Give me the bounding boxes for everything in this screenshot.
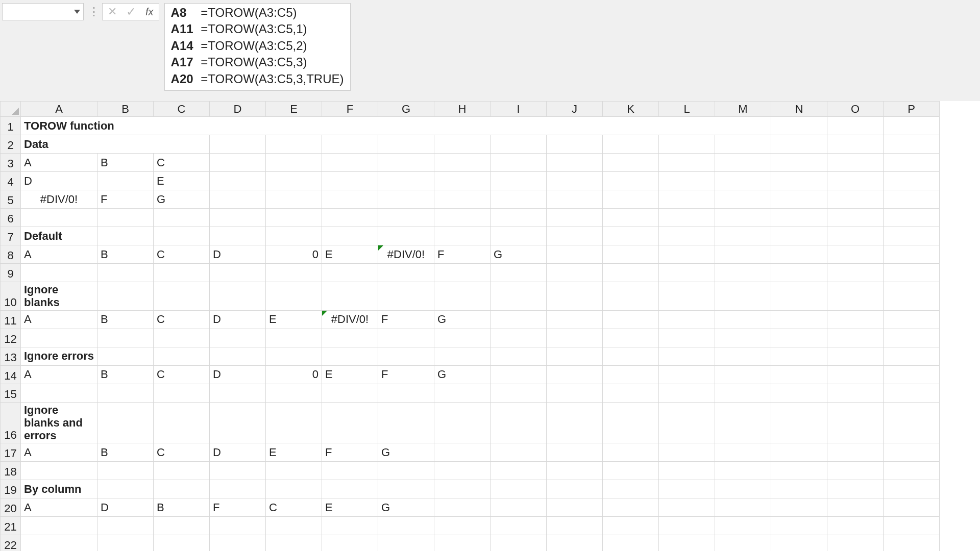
cell[interactable] <box>434 209 491 227</box>
cell[interactable] <box>154 282 210 311</box>
cell[interactable] <box>434 227 491 245</box>
cell[interactable] <box>603 245 659 264</box>
cell[interactable] <box>771 498 827 517</box>
cell[interactable]: A <box>21 365 97 384</box>
cell[interactable] <box>603 480 659 498</box>
cell[interactable] <box>884 402 940 443</box>
col-header[interactable]: O <box>827 102 884 117</box>
cell[interactable] <box>715 172 771 190</box>
cell[interactable] <box>154 402 210 443</box>
cell[interactable] <box>603 154 659 172</box>
cell[interactable] <box>659 517 715 535</box>
cell[interactable] <box>771 117 827 135</box>
cell[interactable] <box>322 402 378 443</box>
cell[interactable] <box>659 227 715 245</box>
cell[interactable] <box>715 310 771 329</box>
cell[interactable] <box>603 462 659 480</box>
cell[interactable] <box>827 517 884 535</box>
cell[interactable] <box>154 535 210 551</box>
name-box-dropdown-icon[interactable] <box>74 10 80 14</box>
cell[interactable] <box>659 135 715 154</box>
cell[interactable] <box>322 209 378 227</box>
cell[interactable] <box>547 172 603 190</box>
cell[interactable] <box>547 365 603 384</box>
cell[interactable] <box>322 154 378 172</box>
cell[interactable] <box>659 282 715 311</box>
cell[interactable] <box>97 480 154 498</box>
cell[interactable] <box>659 402 715 443</box>
cell[interactable] <box>715 264 771 282</box>
col-header[interactable]: I <box>491 102 547 117</box>
cell[interactable] <box>97 384 154 402</box>
cell[interactable]: G <box>491 245 547 264</box>
cell[interactable] <box>603 264 659 282</box>
cell[interactable] <box>827 535 884 551</box>
cell[interactable] <box>603 347 659 365</box>
col-header[interactable]: E <box>266 102 322 117</box>
cell[interactable] <box>322 329 378 347</box>
cell[interactable] <box>884 264 940 282</box>
cell[interactable] <box>771 135 827 154</box>
col-header[interactable]: M <box>715 102 771 117</box>
cell[interactable] <box>210 347 266 365</box>
cell[interactable] <box>884 282 940 311</box>
cell[interactable] <box>603 384 659 402</box>
cell[interactable] <box>210 282 266 311</box>
row-header[interactable]: 16 <box>1 402 21 443</box>
cell[interactable]: G <box>378 443 434 462</box>
row-header[interactable]: 5 <box>1 190 21 209</box>
cell[interactable] <box>884 154 940 172</box>
title-cell[interactable]: TOROW function <box>21 117 771 135</box>
cell[interactable] <box>378 264 434 282</box>
cell[interactable] <box>827 384 884 402</box>
cell[interactable] <box>547 329 603 347</box>
cell[interactable] <box>547 190 603 209</box>
cell[interactable] <box>378 135 434 154</box>
cell[interactable] <box>771 245 827 264</box>
cell[interactable] <box>378 402 434 443</box>
cell[interactable] <box>715 498 771 517</box>
cell[interactable] <box>715 347 771 365</box>
col-header[interactable]: H <box>434 102 491 117</box>
cell[interactable] <box>434 329 491 347</box>
cell[interactable] <box>715 154 771 172</box>
cell[interactable] <box>210 384 266 402</box>
row-header[interactable]: 15 <box>1 384 21 402</box>
col-header[interactable]: P <box>884 102 940 117</box>
cell[interactable] <box>322 227 378 245</box>
section-header-ignore-blanks[interactable]: Ignore blanks <box>21 282 97 311</box>
cell[interactable]: D <box>21 172 97 190</box>
cell[interactable] <box>322 517 378 535</box>
cell[interactable] <box>659 172 715 190</box>
cell[interactable] <box>827 154 884 172</box>
cell[interactable] <box>378 329 434 347</box>
cell[interactable]: A <box>21 310 97 329</box>
cell[interactable]: G <box>434 310 491 329</box>
row-header[interactable]: 18 <box>1 462 21 480</box>
cell[interactable] <box>547 462 603 480</box>
cell[interactable] <box>771 443 827 462</box>
cell[interactable] <box>491 517 547 535</box>
cell[interactable]: 0 <box>266 245 322 264</box>
cell[interactable] <box>97 329 154 347</box>
cell[interactable] <box>322 535 378 551</box>
cell[interactable] <box>603 498 659 517</box>
cell[interactable] <box>210 329 266 347</box>
cell[interactable] <box>378 172 434 190</box>
cell[interactable] <box>884 498 940 517</box>
cell[interactable] <box>771 402 827 443</box>
cell[interactable] <box>210 462 266 480</box>
cell[interactable] <box>827 443 884 462</box>
cell[interactable] <box>266 135 322 154</box>
col-header[interactable]: G <box>378 102 434 117</box>
cell[interactable] <box>378 154 434 172</box>
cell[interactable]: E <box>154 172 210 190</box>
cell[interactable]: D <box>210 245 266 264</box>
cell[interactable] <box>827 282 884 311</box>
cell[interactable] <box>659 384 715 402</box>
cell[interactable]: D <box>210 310 266 329</box>
cell[interactable]: C <box>154 245 210 264</box>
cell[interactable] <box>715 190 771 209</box>
cell[interactable] <box>771 154 827 172</box>
cell[interactable] <box>547 135 603 154</box>
